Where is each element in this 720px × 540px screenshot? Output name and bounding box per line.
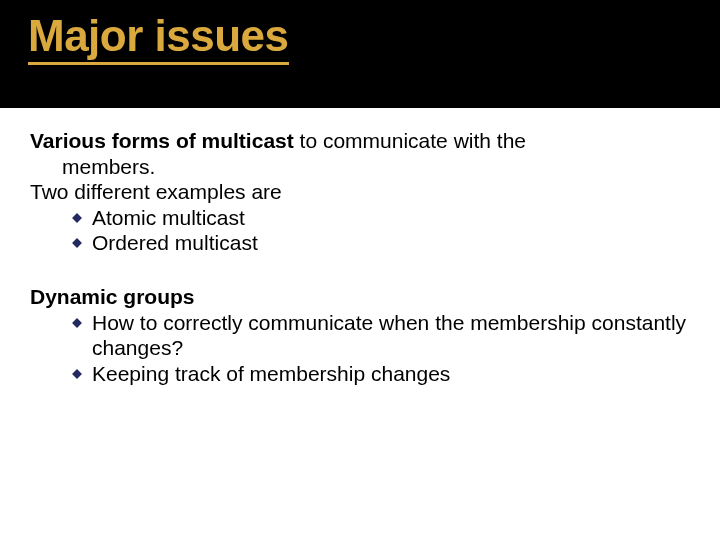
title-bar: Major issues <box>0 0 720 108</box>
list-item: Ordered multicast <box>30 230 690 256</box>
section1-line1: Various forms of multicast to communicat… <box>30 128 690 154</box>
list-item: How to correctly communicate when the me… <box>30 310 690 361</box>
svg-rect-1 <box>72 238 82 248</box>
bullet-text: Atomic multicast <box>92 205 690 231</box>
bullet-text: Keeping track of membership changes <box>92 361 690 387</box>
section2-heading: Dynamic groups <box>30 284 690 310</box>
diamond-bullet-icon <box>72 238 82 248</box>
diamond-bullet-icon <box>72 369 82 379</box>
svg-rect-2 <box>72 318 82 328</box>
bullet-text: How to correctly communicate when the me… <box>92 310 690 361</box>
content-area: Various forms of multicast to communicat… <box>0 108 720 386</box>
section-multicast: Various forms of multicast to communicat… <box>30 128 690 256</box>
section1-lead-bold: Various forms of multicast <box>30 129 294 152</box>
section-dynamic-groups: Dynamic groups How to correctly communic… <box>30 284 690 386</box>
diamond-bullet-icon <box>72 213 82 223</box>
svg-rect-0 <box>72 213 82 223</box>
list-item: Keeping track of membership changes <box>30 361 690 387</box>
section1-lead-rest: to communicate with the <box>294 129 526 152</box>
section1-line2: members. <box>30 154 690 180</box>
diamond-bullet-icon <box>72 318 82 328</box>
page-title: Major issues <box>28 12 289 65</box>
list-item: Atomic multicast <box>30 205 690 231</box>
svg-rect-3 <box>72 369 82 379</box>
section1-line3: Two different examples are <box>30 179 690 205</box>
bullet-text: Ordered multicast <box>92 230 690 256</box>
